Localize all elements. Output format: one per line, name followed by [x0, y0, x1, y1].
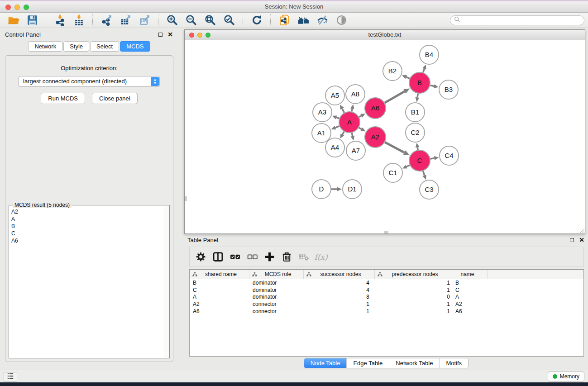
zoom-out-icon[interactable]	[184, 14, 198, 27]
node-A5[interactable]: A5	[325, 86, 344, 105]
open-folder-icon[interactable]	[6, 14, 20, 27]
select-all-icon[interactable]	[226, 248, 244, 266]
column-header-predecessor-nodes[interactable]: predecessor nodes	[375, 270, 452, 279]
cell-shared-name[interactable]: A	[190, 294, 249, 300]
cell-shared-name[interactable]: A6	[190, 308, 249, 315]
cell-predecessor-nodes[interactable]: 1	[375, 287, 452, 293]
cell-mcds-role[interactable]: dominator	[249, 294, 304, 300]
tab-mcds[interactable]: MCDS	[120, 41, 150, 52]
node-A7[interactable]: A7	[346, 141, 365, 160]
close-window-button[interactable]	[5, 5, 11, 10]
maximize-window-button[interactable]	[24, 5, 29, 10]
export-network-icon[interactable]	[99, 14, 114, 27]
add-column-icon[interactable]	[261, 248, 278, 266]
refresh-icon[interactable]	[249, 14, 264, 27]
edge-A-A4[interactable]	[342, 132, 344, 135]
mcds-result-list[interactable]: A2ABCA6	[10, 206, 163, 357]
tab-select[interactable]: Select	[90, 41, 119, 52]
node-D1[interactable]: D1	[343, 180, 362, 199]
table-row[interactable]: Bdominator41B	[190, 279, 583, 286]
network-window-titlebar[interactable]: testGlobe.txt	[185, 30, 585, 40]
node-B[interactable]: B	[409, 72, 430, 93]
network-close-button[interactable]	[189, 33, 194, 38]
tab-node-table[interactable]: Node Table	[304, 358, 347, 368]
float-panel-icon[interactable]	[158, 33, 163, 37]
delete-column-icon[interactable]	[278, 248, 295, 266]
import-table-icon[interactable]	[72, 14, 86, 27]
cell-name[interactable]: A2	[452, 301, 488, 307]
deselect-all-icon[interactable]	[244, 248, 261, 266]
table-row[interactable]: Cdominator41C	[190, 286, 583, 294]
node-A3[interactable]: A3	[313, 103, 332, 122]
cell-successor-nodes[interactable]: 8	[304, 294, 375, 300]
tab-style[interactable]: Style	[63, 41, 89, 52]
cell-shared-name[interactable]: B	[190, 280, 249, 286]
cell-mcds-role[interactable]: dominator	[249, 280, 304, 286]
columns-icon[interactable]	[209, 248, 226, 266]
table-row[interactable]: Adominator80A	[190, 294, 583, 301]
edge-A-A6[interactable]	[359, 116, 361, 117]
edge-B-B1[interactable]	[417, 94, 418, 98]
cell-successor-nodes[interactable]: 1	[304, 301, 375, 307]
edge-A-A3[interactable]	[336, 117, 339, 118]
edge-A2-C[interactable]	[385, 142, 404, 152]
node-D[interactable]: D	[312, 180, 331, 199]
network-minimize-button[interactable]	[197, 33, 202, 38]
export-table-icon[interactable]	[118, 14, 133, 27]
float-table-panel-icon[interactable]	[570, 238, 574, 242]
result-item[interactable]: A2	[11, 208, 163, 215]
node-A4[interactable]: A4	[325, 138, 344, 157]
cell-name[interactable]: A	[452, 294, 488, 300]
tab-edge-table[interactable]: Edge Table	[347, 358, 389, 368]
search-input[interactable]	[460, 17, 584, 24]
zoom-selected-icon[interactable]	[222, 14, 236, 27]
column-header-name[interactable]: name	[452, 270, 488, 279]
node-B4[interactable]: B4	[420, 45, 439, 64]
node-A[interactable]: A	[339, 112, 360, 133]
minimize-window-button[interactable]	[14, 5, 20, 10]
close-panel-button[interactable]: Close panel	[92, 93, 138, 104]
zoom-fit-icon[interactable]	[203, 14, 217, 27]
close-panel-icon[interactable]: ✕	[167, 32, 173, 37]
edge-C-C2[interactable]	[417, 148, 418, 150]
edge-B-B2[interactable]	[406, 77, 410, 78]
node-C2[interactable]: C2	[406, 123, 425, 142]
edge-C-C4[interactable]	[430, 158, 435, 159]
edge-A-A8[interactable]	[352, 109, 352, 111]
cell-predecessor-nodes[interactable]: 1	[375, 308, 452, 315]
cell-predecessor-nodes[interactable]: 1	[375, 280, 452, 286]
edge-B-B3[interactable]	[430, 85, 434, 86]
table-row[interactable]: A2connector11A2	[190, 300, 583, 308]
node-A6[interactable]: A6	[365, 98, 386, 119]
search-box[interactable]	[450, 15, 584, 25]
cell-predecessor-nodes[interactable]: 1	[375, 301, 452, 307]
node-C3[interactable]: C3	[420, 180, 439, 199]
cell-predecessor-nodes[interactable]: 0	[375, 294, 452, 300]
node-C1[interactable]: C1	[383, 163, 402, 182]
cell-name[interactable]: A6	[452, 308, 488, 315]
edge-A-A2[interactable]	[359, 128, 362, 129]
save-icon[interactable]	[25, 14, 39, 27]
edge-A-A5[interactable]	[342, 109, 344, 113]
node-A8[interactable]: A8	[346, 85, 365, 104]
resize-grip-icon[interactable]	[578, 227, 585, 234]
node-C4[interactable]: C4	[440, 146, 459, 165]
network-maximize-button[interactable]	[206, 33, 210, 38]
task-history-button[interactable]	[4, 372, 17, 381]
node-C[interactable]: C	[409, 150, 430, 171]
cell-mcds-role[interactable]: connector	[249, 308, 304, 315]
result-item[interactable]: C	[11, 230, 163, 237]
cell-successor-nodes[interactable]: 1	[304, 308, 375, 315]
close-table-panel-icon[interactable]: ✕	[579, 238, 584, 242]
edge-A-A1[interactable]	[335, 126, 339, 128]
result-scrollbar[interactable]	[164, 206, 169, 357]
node-A1[interactable]: A1	[312, 124, 331, 143]
cell-successor-nodes[interactable]: 4	[304, 280, 375, 286]
export-image-icon[interactable]	[137, 14, 152, 27]
cell-shared-name[interactable]: A2	[190, 301, 249, 307]
cell-mcds-role[interactable]: connector	[249, 301, 304, 307]
cell-name[interactable]: B	[452, 280, 488, 286]
cell-name[interactable]: C	[452, 287, 488, 293]
column-header-mcds-role[interactable]: MCDS role	[249, 270, 304, 279]
node-A2[interactable]: A2	[365, 127, 386, 148]
